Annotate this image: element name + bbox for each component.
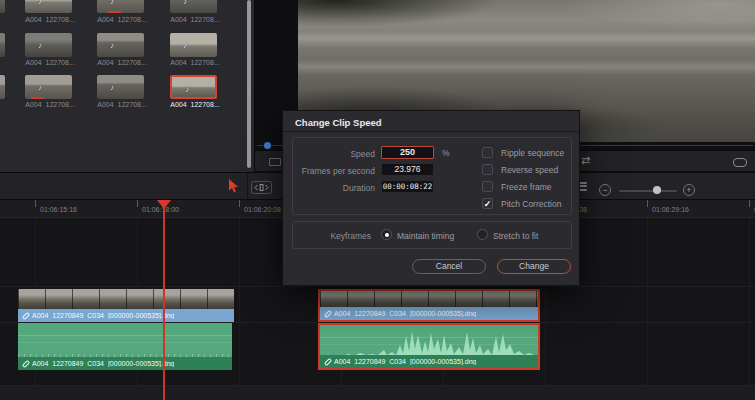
media-clip-thumbnail[interactable] <box>0 75 5 99</box>
media-clip-thumbnail[interactable]: ♪ <box>97 0 144 13</box>
media-clip-label: A004_122708... <box>95 101 149 108</box>
dialog-title: Change Clip Speed <box>295 117 382 128</box>
link-icon <box>22 359 30 367</box>
gridline <box>749 218 750 400</box>
timeline-zoom-slider-handle[interactable] <box>653 186 661 194</box>
keyframes-label: Keyframes <box>287 231 371 241</box>
media-clip-thumbnail[interactable]: ♪ <box>25 33 72 57</box>
media-clip-label: A004_122708... <box>168 59 222 66</box>
reverse-speed-checkbox[interactable] <box>482 164 493 175</box>
change-button[interactable]: Change <box>497 259 571 274</box>
waveform-guide-line <box>18 335 232 336</box>
stretch-to-fit-label: Stretch to fit <box>493 231 538 241</box>
timeline-zoom-out-button[interactable]: − <box>599 184 611 196</box>
radio-dot <box>385 233 389 237</box>
speed-input[interactable]: 250 <box>381 146 434 159</box>
link-icon <box>324 309 332 317</box>
freeze-frame-checkbox[interactable] <box>482 181 493 192</box>
audio-indicator-icon: ♪ <box>110 0 114 6</box>
fps-label: Frames per second <box>287 166 375 176</box>
audio-indicator-icon: ♪ <box>38 0 42 6</box>
media-clip-label: A004_122708... <box>23 16 77 23</box>
stretch-to-fit-radio[interactable] <box>477 229 488 240</box>
freeze-frame-label: Freeze frame <box>501 182 552 192</box>
media-clip-label: A004_122708... <box>95 59 149 66</box>
media-clip-thumbnail[interactable]: ♪ <box>170 0 217 13</box>
ruler-tick <box>137 200 138 207</box>
media-clip-thumbnail[interactable]: ♪ <box>170 33 217 57</box>
media-clip-thumbnail[interactable]: ♪ <box>25 0 72 13</box>
ripple-sequence-checkbox[interactable] <box>482 147 493 158</box>
duration-label: Duration <box>287 183 375 193</box>
ruler-tick <box>647 200 648 207</box>
loop-playback-icon[interactable]: ⇄ <box>581 154 590 167</box>
media-clip-thumbnail[interactable] <box>0 0 5 13</box>
clip-name: A004_12270849_C034_[000000-000535].dng <box>32 312 174 319</box>
gridline <box>647 218 648 400</box>
check-icon: ✓ <box>484 199 492 209</box>
clip-name-bar: A004_12270849_C034_[000000-000535].dng <box>320 307 538 320</box>
duration-input[interactable]: 00:00:08:22 <box>381 180 434 193</box>
usage-indicator <box>108 11 121 13</box>
video-clip[interactable]: A004_12270849_C034_[000000-000535].dng <box>18 289 234 322</box>
audio-indicator-icon: ♪ <box>38 41 42 50</box>
empty-audio-track-lane <box>0 386 755 400</box>
trim-edit-mode-icon[interactable] <box>251 181 272 194</box>
timeline-zoom-slider-track[interactable] <box>619 190 677 192</box>
timeline-zoom-in-button[interactable]: + <box>683 184 695 196</box>
playhead[interactable] <box>163 200 165 400</box>
cancel-button[interactable]: Cancel <box>412 259 486 274</box>
clip-name: A004_12270849_C034_[000000-000535].dng <box>334 358 476 365</box>
gridline <box>239 218 240 400</box>
media-clip-thumbnail-selected[interactable]: ♪ <box>170 75 217 99</box>
audio-clip[interactable]: A004_12270849_C034_[000000-000535].dng <box>18 323 232 370</box>
media-clip-thumbnail[interactable]: ♪ <box>25 75 72 99</box>
davinci-resolve-edit-page: ♪ ♪ ♪ A004_122708... A004_122708... A004… <box>0 0 755 400</box>
selection-mode-tool-icon[interactable] <box>228 179 240 194</box>
clip-name-bar: A004_12270849_C034_[000000-000535].dng <box>18 357 232 370</box>
clip-filmstrip <box>18 289 234 309</box>
media-pool-scrollbar[interactable] <box>247 0 251 168</box>
viewer-scrub-playhead[interactable] <box>264 142 271 149</box>
video-clip-selected[interactable]: A004_12270849_C034_[000000-000535].dng <box>318 289 540 322</box>
clip-name: A004_12270849_C034_[000000-000535].dng <box>32 360 174 367</box>
track-separator <box>0 286 755 287</box>
maintain-timing-label: Maintain timing <box>397 231 454 241</box>
audio-waveform <box>320 326 538 358</box>
speed-label: Speed <box>287 149 375 159</box>
audio-indicator-icon: ♪ <box>185 85 189 94</box>
ruler-timecode: 01:06:29:16 <box>652 206 689 213</box>
change-clip-speed-dialog: Change Clip Speed Speed 250 % Frames per… <box>282 110 580 286</box>
clip-name-bar: A004_12270849_C034_[000000-000535].dng <box>18 309 234 322</box>
audio-indicator-icon: ♪ <box>183 41 187 50</box>
media-pool-panel: ♪ ♪ ♪ A004_122708... A004_122708... A004… <box>0 0 255 172</box>
clip-filmstrip <box>320 291 538 307</box>
ruler-tick <box>239 200 240 207</box>
fps-input[interactable]: 23.976 <box>381 163 434 176</box>
media-clip-thumbnail[interactable]: ♪ <box>97 75 144 99</box>
media-clip-label: A004_122708... <box>168 16 222 23</box>
audio-clip-selected[interactable]: A004_12270849_C034_[000000-000535].dng <box>318 323 540 370</box>
toolbar-divider <box>247 173 248 201</box>
audio-indicator-icon: ♪ <box>110 41 114 50</box>
maintain-timing-radio[interactable] <box>381 229 392 240</box>
media-clip-thumbnail[interactable] <box>0 33 5 57</box>
clip-name-bar: A004_12270849_C034_[000000-000535].dng <box>320 355 538 368</box>
media-clip-label: A004_122708... <box>23 59 77 66</box>
media-clip-thumbnail[interactable]: ♪ <box>97 33 144 57</box>
source-viewer-icon[interactable] <box>269 158 281 166</box>
audio-indicator-icon: ♪ <box>110 83 114 92</box>
playhead-handle[interactable] <box>157 200 171 209</box>
reverse-speed-label: Reverse speed <box>501 165 558 175</box>
media-clip-label: A004_122708... <box>95 16 149 23</box>
ruler-tick <box>35 200 36 207</box>
pitch-correction-checkbox[interactable]: ✓ <box>482 198 493 209</box>
cinema-viewer-icon[interactable] <box>733 158 747 167</box>
media-clip-label: A004_122708... <box>23 101 77 108</box>
media-clip-label-selected: A004_122708... <box>168 101 222 108</box>
ruler-timecode: 01:06:20:08 <box>244 206 281 213</box>
waveform-guide-line <box>18 342 232 343</box>
speed-unit: % <box>442 148 450 158</box>
pitch-correction-label: Pitch Correction <box>501 199 561 209</box>
audio-indicator-icon: ♪ <box>183 0 187 6</box>
